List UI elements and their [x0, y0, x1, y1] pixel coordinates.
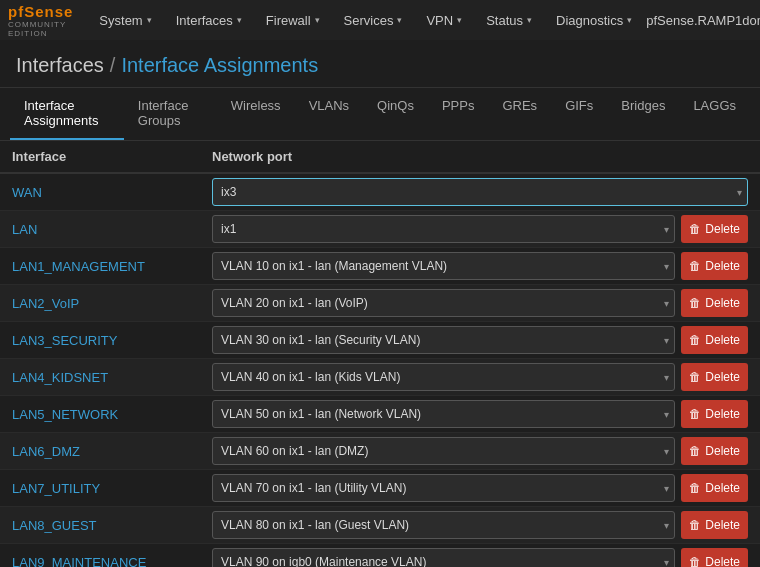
- delete-button[interactable]: 🗑Delete: [681, 289, 748, 317]
- tab-bridges[interactable]: Bridges: [607, 88, 679, 140]
- port-select-wrap: VLAN 60 on ix1 - lan (DMZ)▾: [212, 437, 675, 465]
- table-row: LAN3_SECURITYVLAN 30 on ix1 - lan (Secur…: [0, 322, 760, 359]
- port-select[interactable]: VLAN 90 on igb0 (Maintenance VLAN): [212, 548, 675, 567]
- port-select-wrap: VLAN 80 on ix1 - lan (Guest VLAN)▾: [212, 511, 675, 539]
- port-select[interactable]: VLAN 70 on ix1 - lan (Utility VLAN): [212, 474, 675, 502]
- chevron-down-icon: ▾: [457, 15, 462, 25]
- port-row: VLAN 50 on ix1 - lan (Network VLAN)▾🗑Del…: [212, 400, 748, 428]
- port-select-wrap: ix3▾: [212, 178, 748, 206]
- tab-laggs[interactable]: LAGGs: [679, 88, 750, 140]
- nav-system[interactable]: System ▾: [89, 0, 161, 40]
- nav-diagnostics[interactable]: Diagnostics ▾: [546, 0, 642, 40]
- port-row: VLAN 80 on ix1 - lan (Guest VLAN)▾🗑Delet…: [212, 511, 748, 539]
- port-select-wrap: VLAN 20 on ix1 - lan (VoIP)▾: [212, 289, 675, 317]
- port-row: ix3▾: [212, 178, 748, 206]
- port-select[interactable]: ix3: [212, 178, 748, 206]
- main-content: Interface Network port WANix3▾LANix1▾🗑De…: [0, 141, 760, 567]
- delete-button[interactable]: 🗑Delete: [681, 252, 748, 280]
- table-row: LAN4_KIDSNETVLAN 40 on ix1 - lan (Kids V…: [0, 359, 760, 396]
- table-row: WANix3▾: [0, 173, 760, 211]
- nav-interfaces[interactable]: Interfaces ▾: [166, 0, 252, 40]
- assignments-table: Interface Network port WANix3▾LANix1▾🗑De…: [0, 141, 760, 567]
- table-row: LANix1▾🗑Delete: [0, 211, 760, 248]
- nav-services[interactable]: Services ▾: [334, 0, 413, 40]
- interface-name: LAN8_GUEST: [12, 518, 97, 533]
- breadcrumb-separator: /: [110, 54, 116, 77]
- port-select[interactable]: VLAN 40 on ix1 - lan (Kids VLAN): [212, 363, 675, 391]
- hostname[interactable]: pfSense.RAMP1domain ▾: [646, 13, 760, 28]
- table-row: LAN6_DMZVLAN 60 on ix1 - lan (DMZ)▾🗑Dele…: [0, 433, 760, 470]
- tab-qinqs[interactable]: QinQs: [363, 88, 428, 140]
- nav-vpn[interactable]: VPN ▾: [416, 0, 472, 40]
- chevron-down-icon: ▾: [237, 15, 242, 25]
- interface-name: LAN4_KIDSNET: [12, 370, 108, 385]
- interface-name: LAN5_NETWORK: [12, 407, 118, 422]
- chevron-down-icon: ▾: [315, 15, 320, 25]
- port-select-wrap: VLAN 90 on igb0 (Maintenance VLAN)▾: [212, 548, 675, 567]
- trash-icon: 🗑: [689, 518, 701, 532]
- interface-name: LAN9_MAINTENANCE: [12, 555, 146, 568]
- tab-ppps[interactable]: PPPs: [428, 88, 489, 140]
- col-interface: Interface: [0, 141, 200, 173]
- table-row: LAN1_MANAGEMENTVLAN 10 on ix1 - lan (Man…: [0, 248, 760, 285]
- tab-vlans[interactable]: VLANs: [295, 88, 363, 140]
- interface-name: LAN: [12, 222, 37, 237]
- chevron-down-icon: ▾: [627, 15, 632, 25]
- port-select[interactable]: VLAN 30 on ix1 - lan (Security VLAN): [212, 326, 675, 354]
- table-row: LAN5_NETWORKVLAN 50 on ix1 - lan (Networ…: [0, 396, 760, 433]
- delete-button[interactable]: 🗑Delete: [681, 511, 748, 539]
- delete-button[interactable]: 🗑Delete: [681, 326, 748, 354]
- port-select-wrap: VLAN 30 on ix1 - lan (Security VLAN)▾: [212, 326, 675, 354]
- interface-name: WAN: [12, 185, 42, 200]
- trash-icon: 🗑: [689, 259, 701, 273]
- port-select[interactable]: VLAN 60 on ix1 - lan (DMZ): [212, 437, 675, 465]
- breadcrumb: Interfaces / Interface Assignments: [16, 54, 744, 77]
- table-row: LAN7_UTILITYVLAN 70 on ix1 - lan (Utilit…: [0, 470, 760, 507]
- port-row: VLAN 20 on ix1 - lan (VoIP)▾🗑Delete: [212, 289, 748, 317]
- trash-icon: 🗑: [689, 444, 701, 458]
- table-row: LAN2_VoIPVLAN 20 on ix1 - lan (VoIP)▾🗑De…: [0, 285, 760, 322]
- chevron-down-icon: ▾: [527, 15, 532, 25]
- port-row: VLAN 90 on igb0 (Maintenance VLAN)▾🗑Dele…: [212, 548, 748, 567]
- port-select-wrap: ix1▾: [212, 215, 675, 243]
- port-select-wrap: VLAN 50 on ix1 - lan (Network VLAN)▾: [212, 400, 675, 428]
- brand-edition: COMMUNITY EDITION: [8, 20, 73, 38]
- port-select[interactable]: ix1: [212, 215, 675, 243]
- tab-interface-groups[interactable]: Interface Groups: [124, 88, 217, 140]
- port-row: VLAN 60 on ix1 - lan (DMZ)▾🗑Delete: [212, 437, 748, 465]
- trash-icon: 🗑: [689, 222, 701, 236]
- delete-button[interactable]: 🗑Delete: [681, 548, 748, 567]
- navbar: pfSense COMMUNITY EDITION System ▾ Inter…: [0, 0, 760, 40]
- trash-icon: 🗑: [689, 407, 701, 421]
- nav-firewall[interactable]: Firewall ▾: [256, 0, 330, 40]
- interface-name: LAN7_UTILITY: [12, 481, 100, 496]
- chevron-down-icon: ▾: [147, 15, 152, 25]
- delete-button[interactable]: 🗑Delete: [681, 363, 748, 391]
- delete-button[interactable]: 🗑Delete: [681, 474, 748, 502]
- tab-interface-assignments[interactable]: Interface Assignments: [10, 88, 124, 140]
- table-row: LAN9_MAINTENANCEVLAN 90 on igb0 (Mainten…: [0, 544, 760, 568]
- nav-status[interactable]: Status ▾: [476, 0, 542, 40]
- trash-icon: 🗑: [689, 555, 701, 567]
- delete-button[interactable]: 🗑Delete: [681, 400, 748, 428]
- port-select[interactable]: VLAN 10 on ix1 - lan (Management VLAN): [212, 252, 675, 280]
- interface-name: LAN2_VoIP: [12, 296, 79, 311]
- interface-name: LAN1_MANAGEMENT: [12, 259, 145, 274]
- trash-icon: 🗑: [689, 333, 701, 347]
- tab-wireless[interactable]: Wireless: [217, 88, 295, 140]
- chevron-down-icon: ▾: [397, 15, 402, 25]
- port-select[interactable]: VLAN 20 on ix1 - lan (VoIP): [212, 289, 675, 317]
- brand: pfSense COMMUNITY EDITION: [8, 3, 73, 38]
- tab-gres[interactable]: GREs: [488, 88, 551, 140]
- tab-gifs[interactable]: GIFs: [551, 88, 607, 140]
- delete-button[interactable]: 🗑Delete: [681, 215, 748, 243]
- port-select[interactable]: VLAN 50 on ix1 - lan (Network VLAN): [212, 400, 675, 428]
- col-network-port: Network port: [200, 141, 760, 173]
- breadcrumb-main: Interfaces: [16, 54, 104, 77]
- page-header: Interfaces / Interface Assignments: [0, 40, 760, 88]
- port-select[interactable]: VLAN 80 on ix1 - lan (Guest VLAN): [212, 511, 675, 539]
- port-row: VLAN 10 on ix1 - lan (Management VLAN)▾🗑…: [212, 252, 748, 280]
- brand-name: pfSense: [8, 3, 73, 20]
- delete-button[interactable]: 🗑Delete: [681, 437, 748, 465]
- port-select-wrap: VLAN 10 on ix1 - lan (Management VLAN)▾: [212, 252, 675, 280]
